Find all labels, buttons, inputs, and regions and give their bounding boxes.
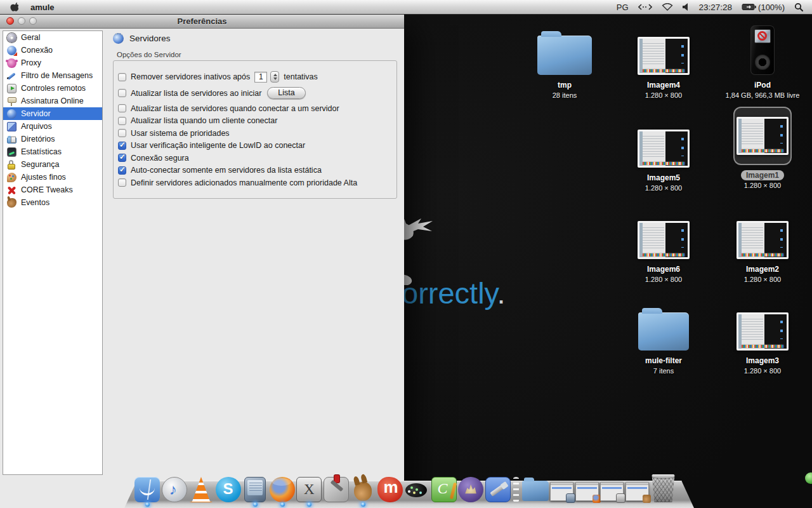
desktop-icon-mule-filter[interactable]: mule-filter7 itens xyxy=(616,296,711,375)
checkbox-atualizar-lista-de-servidores-[interactable] xyxy=(118,104,126,112)
icon-label: Imagem3 xyxy=(741,356,784,366)
spotlight-icon[interactable] xyxy=(794,3,803,11)
sidebar-item-conex-o[interactable]: Conexão xyxy=(3,44,102,57)
checkbox-remover-servidores-inativos-ap[interactable] xyxy=(118,73,126,81)
pen-icon xyxy=(7,71,16,81)
checkbox-atualizar-lista-quando-um-clie[interactable] xyxy=(118,117,126,125)
checkbox-conex-o-segura[interactable] xyxy=(118,154,126,162)
trash-dock-icon[interactable] xyxy=(650,474,676,502)
dock xyxy=(134,473,676,502)
volume-icon[interactable] xyxy=(683,3,690,11)
palette-icon xyxy=(7,173,16,182)
screenshot-icon xyxy=(715,296,810,351)
gear-icon xyxy=(7,33,16,43)
close-button[interactable] xyxy=(6,17,14,25)
desktop-icon-imagem1[interactable]: Imagem11.280 × 800 xyxy=(715,113,810,189)
desktop-icon-imagem6[interactable]: Imagem61.280 × 800 xyxy=(616,204,711,283)
sidebar-item-geral[interactable]: Geral xyxy=(3,31,102,44)
minimized-window-amule[interactable] xyxy=(625,482,649,502)
sidebar-item-servidor[interactable]: Servidor xyxy=(3,107,102,120)
battery-indicator[interactable]: (100%) xyxy=(742,3,785,12)
desktop-icon-imagem4[interactable]: Imagem41.280 × 800 xyxy=(616,20,711,99)
wallpaper-text: orrectly. xyxy=(402,276,506,311)
option-row-remover-servidores-inativos-ap: Remover servidores inativos após1tentati… xyxy=(118,71,393,83)
window-titlebar[interactable]: Preferências xyxy=(0,14,404,29)
finder-dock-icon[interactable] xyxy=(134,477,160,502)
conexao-icon xyxy=(7,46,16,55)
coteditor-dock-icon[interactable] xyxy=(431,477,457,502)
option-row-atualizar-lista-quando-um-clie: Atualizar lista quando um cliente conect… xyxy=(118,116,393,126)
folder-dock-icon[interactable] xyxy=(522,481,549,502)
sidebar-item-ajustes-finos[interactable]: Ajustes finos xyxy=(3,171,102,184)
skype-dock-icon[interactable] xyxy=(216,477,241,502)
wifi-icon[interactable] xyxy=(662,3,673,11)
checkbox-atualizar-lista-de-servidores-[interactable] xyxy=(118,89,126,97)
icon-sublabel: 1.280 × 800 xyxy=(616,91,711,99)
minimized-window-xchat[interactable] xyxy=(600,482,624,502)
retries-stepper[interactable] xyxy=(270,71,279,83)
input-menu[interactable]: PG xyxy=(617,3,629,12)
icon-sublabel: 1.280 × 800 xyxy=(616,276,711,283)
preferences-window: Preferências GeralConexãoProxyFiltro de … xyxy=(0,14,404,508)
miro-dock-icon[interactable] xyxy=(377,477,403,502)
sidebar-item-eventos[interactable]: Eventos xyxy=(3,196,102,209)
xchat-dock-icon[interactable] xyxy=(296,477,322,502)
desktop-icon-imagem3[interactable]: Imagem31.280 × 800 xyxy=(715,296,810,375)
settings-panel: Servidores Opções do Servidor Remover se… xyxy=(108,30,402,199)
checkbox-label: Atualizar lista quando um cliente conect… xyxy=(131,116,277,125)
checkbox-label: Definir servidores adicionados manualmen… xyxy=(131,178,357,187)
shipglobe-dock-icon[interactable] xyxy=(458,477,483,502)
sidebar-item-label: Arquivos xyxy=(21,122,52,131)
icon-label: Imagem1 xyxy=(741,170,784,180)
xchat-badge-icon xyxy=(616,493,625,503)
checkbox-usar-verifica-o-inteligente-de[interactable] xyxy=(118,142,126,150)
minimized-window-firefox[interactable] xyxy=(575,482,599,502)
proxy-icon xyxy=(7,58,16,68)
panel-title: Servidores xyxy=(129,34,171,43)
firefox-dock-icon[interactable] xyxy=(270,477,295,502)
apple-menu-icon[interactable] xyxy=(10,2,20,12)
lista-button[interactable]: Lista xyxy=(267,87,305,99)
checkbox-auto-conectar-somente-em-servi[interactable] xyxy=(118,166,126,175)
server-options-group: Remover servidores inativos após1tentati… xyxy=(113,60,397,199)
itunes-dock-icon[interactable] xyxy=(162,477,187,502)
minimized-window-pda[interactable] xyxy=(550,482,573,502)
sidebar-item-label: Proxy xyxy=(21,58,41,67)
pda-dock-icon[interactable] xyxy=(242,477,268,502)
checkbox-label: Usar verificação inteligente de LowID ao… xyxy=(131,141,305,150)
servers-globe-icon xyxy=(113,33,124,44)
sidebar-item-controles-remotos[interactable]: Controles remotos xyxy=(3,82,102,95)
desktop-icon-imagem5[interactable]: Imagem51.280 × 800 xyxy=(616,113,711,192)
spaces-arrows-icon[interactable] xyxy=(638,4,652,10)
retries-value-field[interactable]: 1 xyxy=(254,72,267,83)
sidebar-item-assinatura-online[interactable]: Assinatura Online xyxy=(3,95,102,107)
sidebar-item-seguran-a[interactable]: Segurança xyxy=(3,158,102,171)
sidebar-item-arquivos[interactable]: Arquivos xyxy=(3,120,102,133)
app-menu-amule[interactable]: amule xyxy=(30,3,55,12)
desktop-icon-imagem2[interactable]: Imagem21.280 × 800 xyxy=(715,204,810,283)
checkbox-label: Remover servidores inativos após xyxy=(131,72,250,81)
sidebar-item-proxy[interactable]: Proxy xyxy=(3,57,102,69)
sidebar-item-diret-rios[interactable]: Diretórios xyxy=(3,133,102,145)
minimize-button[interactable] xyxy=(18,17,25,25)
sidebar-item-estat-sticas[interactable]: Estatísticas xyxy=(3,145,102,158)
option-row-usar-verifica-o-inteligente-de: Usar verificação inteligente de LowID ao… xyxy=(118,141,393,150)
installer-dock-icon[interactable] xyxy=(324,477,349,502)
checkbox-definir-servidores-adicionados[interactable] xyxy=(118,178,126,187)
desktop-icon-tmp[interactable]: tmp28 itens xyxy=(517,20,612,99)
zoom-button[interactable] xyxy=(29,17,37,25)
icon-label: Imagem5 xyxy=(642,173,685,183)
clock[interactable]: 23:27:28 xyxy=(699,3,733,12)
sidebar-item-core-tweaks[interactable]: CORE Tweaks xyxy=(3,184,102,196)
fugu-dock-icon[interactable] xyxy=(404,477,429,502)
sidebar-item-label: Geral xyxy=(21,33,41,42)
xcode-dock-icon[interactable] xyxy=(485,477,511,502)
vlc-dock-icon[interactable] xyxy=(188,477,214,502)
icon-label: Imagem2 xyxy=(741,264,784,274)
desktop-icon-ipod[interactable]: iPod1,84 GB, 966,3 MB livre xyxy=(715,20,810,99)
sidebar-item-filtro-de-mensagens[interactable]: Filtro de Mensagens xyxy=(3,69,102,82)
amule-dock-icon[interactable] xyxy=(350,477,376,502)
checkbox-usar-sistema-de-prioridades[interactable] xyxy=(118,129,126,137)
checkbox-label: Atualizar lista de servidores ao iniciar xyxy=(131,89,261,98)
sep-dock-icon[interactable] xyxy=(512,477,520,502)
